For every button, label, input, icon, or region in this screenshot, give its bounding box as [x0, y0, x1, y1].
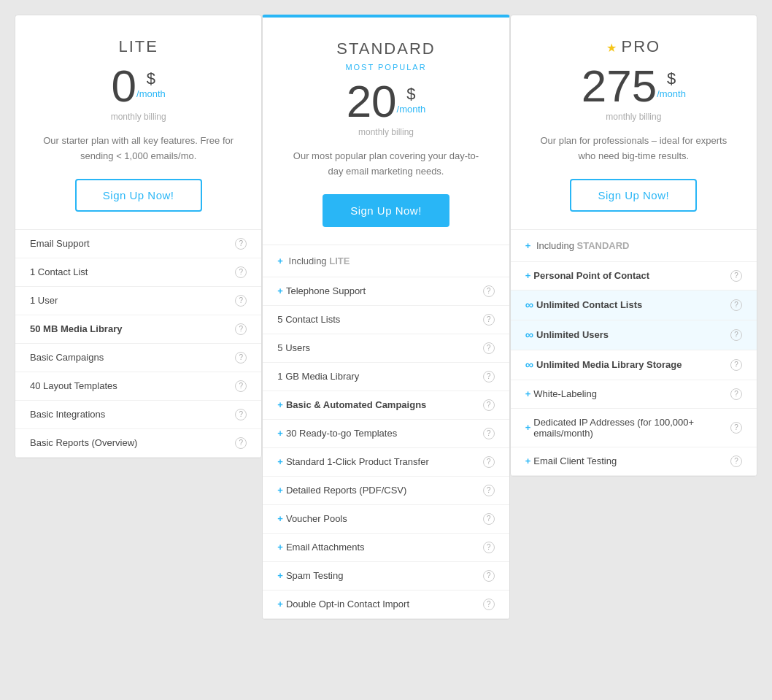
feature-item: 5 Contact Lists? — [263, 306, 509, 334]
feature-item: + Dedicated IP Addresses (for 100,000+ e… — [511, 409, 757, 447]
including-row-pro: + Including STANDARD — [511, 230, 757, 262]
billing-label-pro: monthly billing — [528, 112, 739, 122]
feature-prefix-icon: + — [277, 285, 283, 296]
help-icon[interactable]: ? — [730, 359, 742, 371]
feature-item: + Detailed Reports (PDF/CSV)? — [263, 477, 509, 505]
feature-text: Unlimited Contact Lists — [536, 299, 726, 310]
help-icon[interactable]: ? — [730, 299, 742, 311]
feature-item: + Spam Testing? — [263, 562, 509, 591]
price-period: /month — [397, 104, 426, 115]
help-icon[interactable]: ? — [483, 428, 495, 439]
feature-prefix-icon: + — [277, 399, 283, 410]
feature-text: Unlimited Media Library Storage — [536, 359, 726, 370]
feature-prefix-icon: ∞ — [525, 328, 533, 342]
feature-item: 5 Users? — [263, 334, 509, 363]
help-icon[interactable]: ? — [483, 513, 495, 525]
help-icon[interactable]: ? — [235, 323, 247, 335]
feature-item: ∞ Unlimited Users? — [511, 320, 757, 350]
price-main-pro: 275 — [582, 64, 657, 109]
help-icon[interactable]: ? — [235, 266, 247, 278]
help-icon[interactable]: ? — [483, 542, 495, 553]
feature-text: 5 Contact Lists — [277, 314, 478, 325]
feature-text: 1 User — [30, 295, 231, 306]
help-icon[interactable]: ? — [483, 314, 495, 326]
help-icon[interactable]: ? — [730, 270, 742, 282]
feature-text: Double Opt-in Contact Import — [286, 599, 479, 609]
feature-text: Email Client Testing — [533, 455, 726, 466]
price-row-pro: 275 $ /month — [528, 64, 739, 109]
help-icon[interactable]: ? — [483, 399, 495, 411]
signup-button-pro[interactable]: Sign Up Now! — [570, 179, 697, 212]
feature-text: Basic Integrations — [30, 409, 231, 420]
including-plan-ref: LITE — [329, 255, 350, 266]
feature-text: Unlimited Users — [536, 329, 726, 340]
help-icon[interactable]: ? — [483, 599, 495, 610]
plan-name-standard: STANDARD — [280, 39, 491, 58]
feature-text: Email Attachments — [286, 542, 479, 553]
feature-prefix-icon: + — [277, 428, 283, 439]
plan-header-pro: ★PRO 275 $ /month monthly billingOur pla… — [511, 15, 757, 229]
price-period: /month — [136, 88, 166, 99]
feature-item: + Standard 1-Click Product Transfer? — [263, 448, 509, 477]
including-label: Including — [536, 240, 577, 251]
help-icon[interactable]: ? — [235, 238, 247, 250]
price-main-standard: 20 — [347, 79, 397, 124]
price-suffix-standard: $ /month — [397, 85, 426, 115]
feature-item: + Email Client Testing? — [511, 447, 757, 476]
feature-text: 30 Ready-to-go Templates — [286, 428, 479, 439]
including-prefix: + — [277, 255, 283, 266]
help-icon[interactable]: ? — [483, 485, 495, 496]
plan-features-lite: Email Support?1 Contact List?1 User?50 M… — [15, 229, 261, 458]
help-icon[interactable]: ? — [730, 329, 742, 341]
plan-card-standard: STANDARDMOST POPULAR 20 $ /month monthly… — [262, 15, 509, 620]
feature-text: 40 Layout Templates — [30, 380, 231, 391]
feature-item: ∞ Unlimited Contact Lists? — [511, 291, 757, 320]
feature-text: Personal Point of Contact — [533, 270, 726, 281]
feature-item: + Email Attachments? — [263, 534, 509, 562]
feature-item: 50 MB Media Library? — [15, 315, 261, 344]
signup-button-lite[interactable]: Sign Up Now! — [75, 179, 202, 212]
plan-card-pro: ★PRO 275 $ /month monthly billingOur pla… — [510, 15, 757, 477]
feature-prefix-icon: ∞ — [525, 299, 533, 312]
feature-text: Detailed Reports (PDF/CSV) — [286, 485, 479, 496]
feature-text: 1 GB Media Library — [277, 371, 478, 382]
price-dollar: $ — [397, 85, 426, 104]
help-icon[interactable]: ? — [483, 456, 495, 468]
help-icon[interactable]: ? — [235, 295, 247, 307]
help-icon[interactable]: ? — [483, 570, 495, 582]
feature-text: Email Support — [30, 238, 231, 249]
feature-text: Telephone Support — [286, 285, 479, 296]
help-icon[interactable]: ? — [483, 342, 495, 354]
signup-button-standard[interactable]: Sign Up Now! — [323, 194, 449, 227]
including-row-standard: + Including LITE — [263, 245, 509, 277]
plan-features-standard: + Including LITE + Telephone Support?5 C… — [263, 245, 509, 619]
feature-text: Spam Testing — [286, 570, 479, 581]
feature-item: 1 GB Media Library? — [263, 363, 509, 391]
feature-item: 40 Layout Templates? — [15, 372, 261, 401]
help-icon[interactable]: ? — [730, 455, 742, 467]
price-dollar: $ — [657, 69, 686, 88]
help-icon[interactable]: ? — [730, 422, 742, 434]
price-suffix-lite: $ /month — [136, 69, 166, 99]
feature-prefix-icon: + — [277, 485, 283, 496]
feature-text: Voucher Pools — [286, 513, 479, 524]
price-row-lite: 0 $ /month — [33, 64, 244, 109]
feature-text: Basic Reports (Overview) — [30, 437, 231, 448]
help-icon[interactable]: ? — [483, 285, 495, 297]
plan-desc-pro: Our plan for professionals – ideal for e… — [528, 134, 739, 164]
pricing-container: LITE 0 $ /month monthly billingOur start… — [15, 15, 757, 620]
help-icon[interactable]: ? — [483, 371, 495, 382]
feature-prefix-icon: + — [277, 456, 283, 467]
help-icon[interactable]: ? — [730, 388, 742, 400]
help-icon[interactable]: ? — [235, 409, 247, 420]
feature-item: + Personal Point of Contact? — [511, 262, 757, 291]
help-icon[interactable]: ? — [235, 380, 247, 392]
feature-text: White-Labeling — [533, 388, 726, 399]
plan-desc-lite: Our starter plan with all key features. … — [33, 134, 244, 164]
feature-item: Email Support? — [15, 230, 261, 258]
feature-item: + Telephone Support? — [263, 277, 509, 306]
feature-item: 1 User? — [15, 287, 261, 315]
help-icon[interactable]: ? — [235, 352, 247, 364]
help-icon[interactable]: ? — [235, 437, 247, 449]
price-suffix-pro: $ /month — [657, 69, 686, 99]
